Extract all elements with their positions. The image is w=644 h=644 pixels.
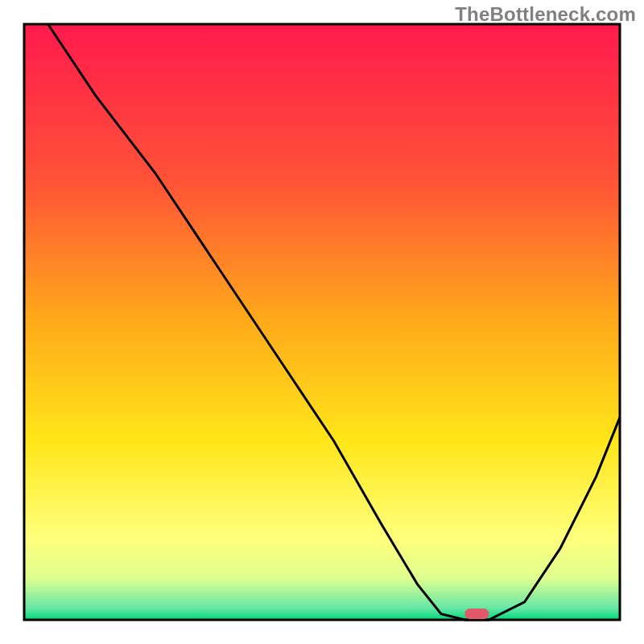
watermark-text: TheBottleneck.com bbox=[455, 3, 636, 26]
bottleneck-chart bbox=[0, 0, 644, 644]
chart-container: TheBottleneck.com bbox=[0, 0, 644, 644]
plot-background bbox=[24, 24, 620, 620]
optimal-marker bbox=[464, 609, 489, 619]
